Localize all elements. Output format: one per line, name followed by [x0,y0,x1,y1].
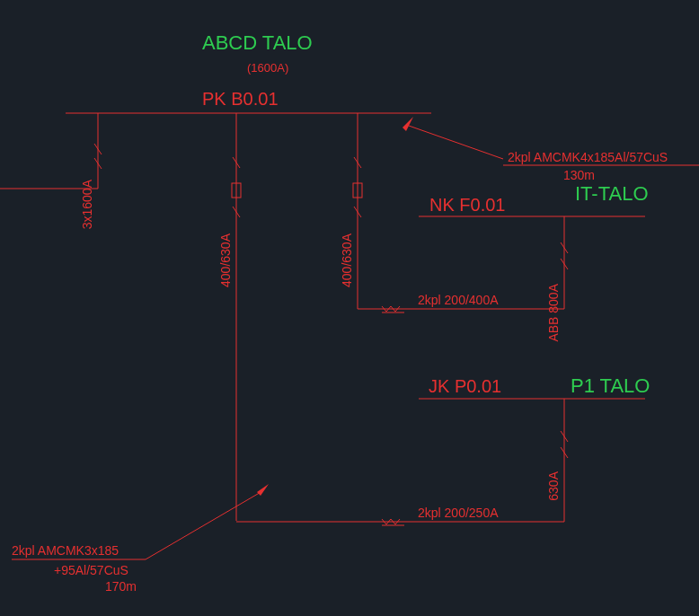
cable1-arrowhead [403,117,413,131]
cable1-length: 130m [563,168,595,182]
bus3-label: JK P0.01 [429,376,501,396]
bus1-label: PK B0.01 [202,89,279,109]
cable2-length: 170m [105,579,137,594]
cable1-spec: 2kpl AMCMK4x185Al/57CuS [508,150,668,164]
feeder1-rating: 400/630A [218,233,233,287]
conn2-text: 2kpl 200/250A [418,506,499,520]
bus2-location: IT-TALO [575,182,649,205]
cable2-spec2: +95Al/57CuS [54,563,128,577]
cable2-leader [146,491,262,559]
cable1-leader [409,126,503,159]
cable2-arrowhead [257,484,269,496]
conn1-text: 2kpl 200/400A [418,293,499,307]
bus2-label: NK F0.01 [429,195,505,215]
bus2-breaker: ABB 800A [546,283,561,341]
bus3-location: P1 TALO [571,374,650,397]
cable2-spec: 2kpl AMCMK3x185 [12,543,119,558]
diagram-title: ABCD TALO [202,31,313,54]
diagram-rating: (1600A) [247,61,288,75]
bus3-breaker: 630A [546,471,561,500]
feeder2-rating: 400/630A [340,233,354,287]
incoming-rating: 3x1600A [80,179,94,229]
